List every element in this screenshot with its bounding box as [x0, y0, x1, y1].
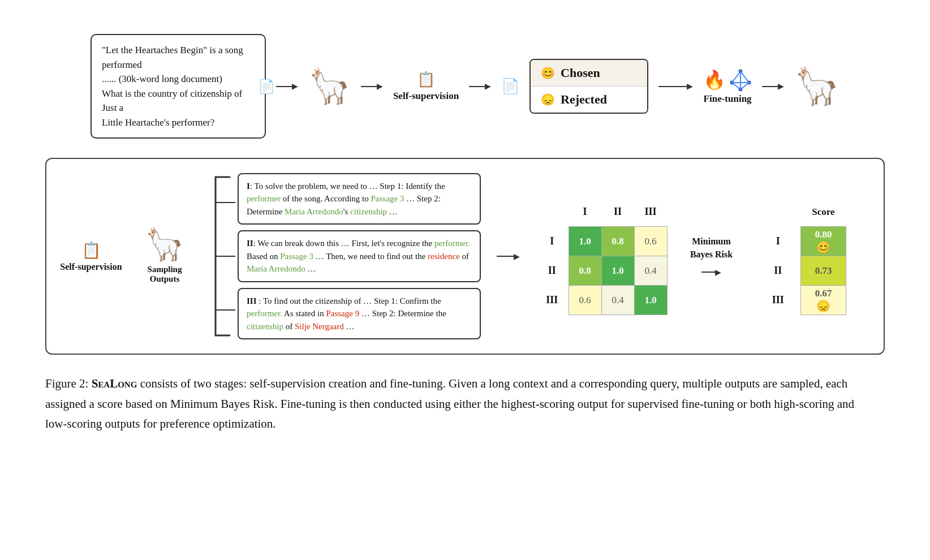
input-box: "Let the Heartaches Begin" is a song per…	[91, 34, 266, 139]
svg-line-5	[740, 71, 749, 83]
output-I-name1: Maria Arredondo	[285, 207, 343, 216]
arrow3-group: ▶	[469, 81, 491, 91]
arrow-to-score: ▶	[701, 268, 721, 277]
score-cell-II: 0.73	[801, 256, 846, 286]
rejected-row: 😞 Rejected	[531, 87, 647, 113]
output-box-I: I: To solve the problem, we need to … St…	[238, 173, 481, 225]
output-II-green2: Passage 3	[280, 252, 313, 261]
matrix-cell-II-II: 1.0	[601, 256, 634, 286]
diamond-network-icon	[729, 68, 752, 91]
arrowhead3: ▶	[485, 81, 491, 91]
doc-icon-mid: 📄	[501, 77, 519, 95]
arrow1-group: ▶	[276, 81, 298, 91]
output-III-bold: III	[247, 296, 257, 305]
matrix-cell-III-I: 0.6	[569, 286, 601, 315]
llama2-emoji: 🦙	[794, 68, 839, 105]
score-emoji-I: 😊	[801, 240, 846, 254]
score-table: Score I 0.80 😊 II 0.73 III	[756, 197, 847, 316]
matrix-row-II-label: II	[536, 256, 569, 286]
doc-icon-input: 📄	[258, 79, 275, 94]
matrix-header-III: III	[634, 197, 667, 227]
arrow4-group: ▶	[658, 81, 693, 91]
output-II-name1: Maria Arredondo	[247, 264, 305, 273]
output-I-text1: : To solve the problem, we need to … Ste…	[247, 182, 445, 216]
matrix-cell-III-III: 1.0	[634, 286, 667, 315]
line2	[361, 86, 377, 87]
doc-icon-top: 📋	[417, 71, 435, 88]
doc-icon-bottom: 📋	[81, 241, 101, 260]
arrow-to-matrix: ▶	[497, 252, 520, 261]
fire-diamond-icons: 🔥	[703, 68, 752, 91]
arrowhead5: ▶	[778, 81, 784, 91]
svg-line-7	[732, 83, 740, 89]
output-box-II: II: We can break down this … First, let'…	[238, 230, 481, 282]
figure-label: Figure 2:	[45, 377, 88, 390]
line5	[762, 86, 778, 87]
matrix-cell-III-II: 0.4	[601, 286, 634, 315]
arrowhead1: ▶	[292, 81, 298, 91]
score-row-III-label: III	[756, 286, 801, 315]
chosen-emoji: 😊	[541, 66, 555, 80]
matrix-section: I II III I 1.0 0.8 0.6 II 0.8 1.0 0.4	[536, 197, 668, 316]
outputs-column: I: To solve the problem, we need to … St…	[238, 173, 481, 340]
matrix-cell-I-III: 0.6	[634, 227, 667, 256]
svg-line-4	[732, 71, 740, 83]
output-II-bold: II	[247, 239, 253, 248]
output-box-III: III : To find out the citizenship of … S…	[238, 288, 481, 340]
similarity-matrix: I II III I 1.0 0.8 0.6 II 0.8 1.0 0.4	[536, 197, 668, 316]
line1	[276, 86, 292, 87]
score-value-III: 0.67	[801, 288, 846, 299]
main-container: "Let the Heartaches Begin" is a song per…	[45, 23, 885, 434]
input-box-wrapper: "Let the Heartaches Begin" is a song per…	[91, 34, 266, 139]
line-to-matrix	[497, 256, 514, 257]
output-I-green2: Passage 3	[371, 194, 404, 203]
left-bracket-svg	[207, 171, 235, 341]
score-cell-III: 0.67 😞	[801, 286, 846, 315]
app-name: SeaLong	[92, 377, 137, 390]
output-II-green1: performer.	[434, 239, 470, 248]
rejected-emoji: 😞	[541, 93, 555, 106]
output-I-green1: performer	[247, 194, 281, 203]
matrix-row-III-label: III	[536, 286, 569, 315]
arrowhead2: ▶	[377, 81, 383, 91]
output-II-text1: : We can break down this … First, let's …	[247, 239, 470, 273]
score-section: Score I 0.80 😊 II 0.73 III	[756, 197, 847, 316]
matrix-cell-II-I: 0.8	[569, 256, 601, 286]
arrowhead-matrix: ▶	[514, 252, 520, 261]
arrowhead4: ▶	[687, 81, 693, 91]
matrix-cell-II-III: 0.4	[634, 256, 667, 286]
score-value-I: 0.80	[801, 229, 846, 240]
bottom-box: 📋 Self-supervision 🦙 SamplingOutputs I: …	[45, 158, 885, 355]
fine-tuning-group: 🔥 Fine-tuning	[703, 68, 752, 105]
matrix-cell-I-II: 0.8	[601, 227, 634, 256]
output-I-citizenship: citizenship	[350, 207, 387, 216]
sampling-label: SamplingOutputs	[148, 265, 182, 284]
score-header-label-col	[756, 197, 801, 227]
input-line4: Little Heartache's performer?	[102, 117, 214, 128]
matrix-cell-I-I: 1.0	[569, 227, 601, 256]
self-supervision-label-top: Self-supervision	[393, 91, 459, 102]
svg-line-8	[740, 83, 749, 89]
output-III-name1: Silje Nergaard	[295, 322, 344, 331]
output-II-red1: residence	[428, 252, 460, 261]
score-row-II-label: II	[756, 256, 801, 286]
output-III-text1: : To find out the citizenship of … Step …	[247, 296, 446, 331]
rejected-label: Rejected	[561, 92, 607, 107]
output-III-citizenship: citizenship	[247, 322, 283, 331]
line3	[469, 86, 485, 87]
arrow2-group: ▶	[361, 81, 383, 91]
fine-tuning-label: Fine-tuning	[704, 93, 752, 105]
bracket-outputs: I: To solve the problem, we need to … St…	[207, 171, 481, 341]
fire-icon: 🔥	[703, 69, 726, 91]
score-cell-I: 0.80 😊	[801, 227, 846, 256]
arrow5-group: ▶	[762, 81, 784, 91]
matrix-header-I: I	[569, 197, 601, 227]
output-III-red1: Passage 9	[326, 309, 359, 318]
figure-caption: Figure 2: SeaLong consists of two stages…	[45, 374, 860, 434]
llama1-group: 🦙	[308, 70, 351, 104]
input-line2: ...... (30k-word long document)	[102, 74, 222, 84]
sampling-section: 🦙 SamplingOutputs	[134, 229, 196, 284]
chosen-label: Chosen	[561, 66, 600, 80]
top-flow: "Let the Heartaches Begin" is a song per…	[45, 23, 885, 144]
llama1-emoji: 🦙	[308, 70, 351, 104]
